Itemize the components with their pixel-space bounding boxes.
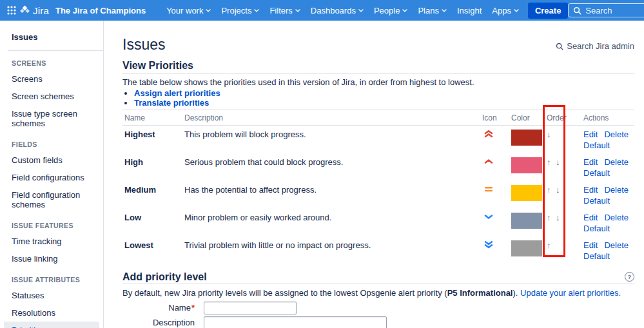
color-swatch — [511, 185, 542, 201]
sidebar-item-screens[interactable]: Screens — [0, 70, 103, 88]
priority-chevron-up-icon — [484, 157, 493, 166]
priorities-table: Name Description Icon Color Order Action… — [122, 110, 634, 264]
default-link[interactable]: Default — [583, 224, 610, 233]
edit-link[interactable]: Edit — [583, 240, 598, 250]
move-down-arrow[interactable]: ↓ — [556, 213, 565, 222]
nav-item-label: Plans — [418, 6, 439, 15]
default-link[interactable]: Default — [583, 251, 610, 261]
help-icon[interactable]: ? — [625, 272, 634, 282]
column-header-icon: Icon — [480, 110, 509, 126]
create-button[interactable]: Create — [528, 3, 568, 19]
sidebar-item-statuses[interactable]: Statuses — [0, 287, 103, 304]
search-jira-admin-link[interactable]: Search Jira admin — [556, 41, 634, 53]
nav-item-projects[interactable]: Projects — [216, 3, 264, 19]
edit-link[interactable]: Edit — [583, 157, 598, 167]
edit-link[interactable]: Edit — [583, 130, 598, 139]
app-switcher-icon[interactable] — [6, 3, 17, 17]
add-priority-note: By default, new Jira priority levels wil… — [122, 289, 634, 298]
translate-priorities-link[interactable]: Translate priorities — [134, 98, 209, 108]
jira-logo-icon — [19, 5, 30, 15]
delete-link[interactable]: Delete — [604, 130, 629, 139]
priority-color-cell — [509, 181, 545, 209]
default-link[interactable]: Default — [583, 168, 610, 178]
move-down-arrow[interactable]: ↓ — [556, 157, 565, 167]
sidebar-section-heading-fields: FIELDS — [0, 132, 103, 151]
delete-link[interactable]: Delete — [604, 185, 629, 195]
description-field[interactable] — [204, 316, 387, 328]
priority-row-high: HighSerious problem that could block pro… — [122, 153, 634, 181]
priority-actions-cell: EditDeleteDefault — [581, 236, 634, 264]
nav-item-label: Dashboards — [311, 6, 356, 15]
priority-icon-cell — [480, 153, 509, 181]
delete-link[interactable]: Delete — [604, 213, 629, 222]
edit-link[interactable]: Edit — [583, 185, 598, 195]
nav-menu: Your workProjectsFiltersDashboardsPeople… — [161, 3, 524, 19]
priority-color-cell — [509, 153, 545, 181]
sidebar-item-issue-type-screen-schemes[interactable]: Issue type screen schemes — [0, 105, 103, 132]
sidebar-item-time-tracking[interactable]: Time tracking — [0, 233, 103, 250]
column-header-actions: Actions — [581, 110, 634, 126]
assign-alert-priorities-link[interactable]: Assign alert priorities — [134, 88, 220, 98]
priority-links-list: Assign alert priorities Translate priori… — [134, 89, 634, 108]
nav-item-filters[interactable]: Filters — [264, 3, 305, 19]
sidebar-item-issue-linking[interactable]: Issue linking — [0, 250, 103, 267]
default-link[interactable]: Default — [583, 140, 610, 150]
priority-actions-cell: EditDeleteDefault — [581, 181, 634, 209]
sidebar-section-heading-issue-features: ISSUE FEATURES — [0, 213, 103, 233]
nav-search-box[interactable] — [568, 3, 644, 17]
description-label: Description — [122, 318, 195, 327]
move-up-arrow[interactable]: ↑ — [547, 240, 556, 250]
column-header-order: Order — [545, 110, 581, 126]
nav-item-apps[interactable]: Apps — [487, 3, 524, 19]
move-up-arrow[interactable]: ↑ — [547, 185, 556, 195]
priority-description: Trivial problem with little or no impact… — [182, 236, 480, 264]
list-item: Translate priorities — [134, 99, 634, 108]
search-icon — [556, 43, 563, 50]
priority-actions-cell: EditDeleteDefault — [581, 153, 634, 181]
name-field[interactable] — [204, 302, 297, 314]
sidebar-title: Issues — [0, 32, 103, 42]
nav-item-plans[interactable]: Plans — [413, 3, 452, 19]
priority-description: Minor problem or easily worked around. — [182, 209, 480, 236]
color-swatch — [511, 157, 542, 173]
priority-icon-cell — [480, 126, 509, 153]
move-down-arrow[interactable]: ↓ — [547, 130, 556, 139]
edit-link[interactable]: Edit — [583, 213, 598, 222]
nav-item-insight[interactable]: Insight — [452, 3, 487, 19]
priority-color-cell — [509, 236, 545, 264]
move-up-arrow[interactable]: ↑ — [547, 157, 556, 167]
priority-actions-cell: EditDeleteDefault — [581, 209, 634, 236]
default-link[interactable]: Default — [583, 196, 610, 206]
sidebar-item-screen-schemes[interactable]: Screen schemes — [0, 88, 103, 105]
priority-row-highest: HighestThis problem will block progress.… — [122, 126, 634, 153]
sidebar-item-field-configurations[interactable]: Field configurations — [0, 169, 103, 186]
search-jira-admin-label: Search Jira admin — [567, 41, 634, 51]
view-priorities-heading: View Priorities — [122, 61, 634, 74]
update-alert-priorities-link[interactable]: Update your alert priorities. — [520, 288, 621, 298]
jira-logo[interactable]: Jira — [19, 5, 49, 16]
color-swatch — [511, 240, 542, 256]
priority-row-low: LowMinor problem or easily worked around… — [122, 209, 634, 236]
sidebar-item-custom-fields[interactable]: Custom fields — [0, 151, 103, 169]
chevron-down-icon — [358, 9, 364, 12]
sidebar-section-heading-screens: SCREENS — [0, 51, 103, 70]
chevron-down-icon — [402, 9, 407, 12]
chevron-down-icon — [206, 9, 211, 12]
nav-item-people[interactable]: People — [369, 3, 413, 19]
move-down-arrow[interactable]: ↓ — [556, 185, 565, 195]
nav-item-dashboards[interactable]: Dashboards — [306, 3, 369, 19]
delete-link[interactable]: Delete — [604, 157, 629, 167]
nav-item-label: Filters — [269, 6, 292, 15]
priority-description: This problem will block progress. — [182, 126, 480, 153]
sidebar-item-resolutions[interactable]: Resolutions — [0, 304, 103, 322]
site-name[interactable]: The Jira of Champions — [55, 6, 146, 15]
sidebar-item-field-configuration-schemes[interactable]: Field configuration schemes — [0, 186, 103, 213]
sidebar-item-priorities[interactable]: Priorities — [4, 322, 99, 328]
delete-link[interactable]: Delete — [604, 240, 629, 250]
add-priority-form: Name* Description — [122, 302, 634, 328]
move-up-arrow[interactable]: ↑ — [547, 213, 556, 222]
nav-item-your-work[interactable]: Your work — [161, 3, 216, 19]
priority-order-cell: ↑↓ — [545, 153, 581, 181]
priority-double-chevron-up-icon — [484, 130, 493, 138]
search-input[interactable] — [585, 6, 643, 15]
